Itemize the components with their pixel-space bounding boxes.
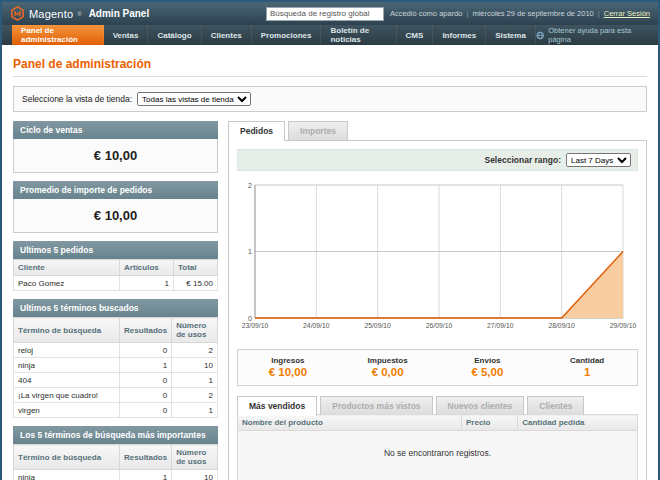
nav-item-clientes[interactable]: Clientes [202,25,252,45]
total-label: Envíos [438,356,538,365]
main-nav: Panel de administraciónVentasCatálogoCli… [2,25,658,45]
widget-title: Ultimos 5 pedidos [13,241,218,259]
tab-productos-m-s-vistos[interactable]: Productos más vistos [320,396,432,415]
table-cell: ¡La virgen que cuadro! [14,388,120,403]
orders-chart: 01223/09/1024/09/1025/09/1026/09/1027/09… [237,179,637,337]
table-cell: 1 [120,470,172,480]
y-tick-label: 2 [248,182,252,189]
range-select[interactable]: Last 7 Days [566,153,631,167]
table-cell: € 15.00 [173,276,217,291]
table-cell: virgen [14,403,120,418]
globe-help-icon [536,31,544,40]
total-cantidad: Cantidad1 [537,356,637,378]
table-cell: 2 [172,343,218,358]
magento-logo: Magento ® Admin Panel [10,6,149,21]
tab-pedidos[interactable]: Pedidos [228,121,285,141]
tab-nuevos-clientes[interactable]: Nuevos clientes [436,396,525,415]
table-cell: 0 [120,343,172,358]
table-row[interactable]: ninja110 [14,358,218,373]
x-tick-label: 27/09/10 [487,322,514,329]
magento-logo-icon [10,6,25,21]
last-search-terms-table: Término de búsquedaResultadosNúmero de u… [13,317,218,418]
products-grid-header-row: Nombre del productoPrecioCantidad pedida [238,415,638,431]
widget-title: Promedio de importe de pedidos [13,181,218,199]
table-row[interactable]: 40401 [14,373,218,388]
table-cell: 0 [120,373,172,388]
nav-item-promociones[interactable]: Promociones [252,25,322,45]
page-help-link[interactable]: Obtener ayuda para esta página [536,25,658,45]
lifetime-sales-widget: Ciclo de ventas € 10,00 [13,121,218,173]
table-cell: 10 [172,358,218,373]
total-label: Ingresos [238,356,338,365]
table-row[interactable]: Paco Gomez1€ 15.00 [14,276,218,291]
column-header: Resultados [120,445,172,470]
tab-importes[interactable]: Importes [288,121,348,140]
total-impuestos: Impuestos€ 0,00 [338,356,438,378]
column-header: Término de búsqueda [14,445,120,470]
column-header: Término de búsqueda [14,318,120,343]
table-row[interactable]: virgen01 [14,403,218,418]
table-cell: ninja [14,470,120,480]
store-view-select[interactable]: Todas las vistas de tienda [137,92,251,106]
table-cell: 2 [172,388,218,403]
global-search-input[interactable] [266,7,384,21]
x-tick-label: 25/09/10 [364,322,391,329]
meta-separator: | [466,9,468,18]
table-cell: Paco Gomez [14,276,120,291]
nav-item-cat-logo[interactable]: Catálogo [148,25,201,45]
total-value: € 10,00 [238,366,338,378]
average-orders-widget: Promedio de importe de pedidos € 10,00 [13,181,218,233]
brand-name: Magento [29,8,73,20]
table-cell: 1 [172,373,218,388]
header-meta: Accedió como apardo | miércoles 29 de se… [390,9,650,18]
total-label: Cantidad [537,356,637,365]
page-content: Panel de administración Seleccione la vi… [2,45,658,480]
logout-link[interactable]: Cerrar Sesión [604,9,650,18]
nav-item-panel-de-administraci-n[interactable]: Panel de administración [12,25,104,45]
tab-m-s-vendidos[interactable]: Más vendidos [237,396,317,416]
brand-suffix: Admin Panel [89,8,150,19]
table-cell: reloj [14,343,120,358]
column-header: Número de usos [172,445,218,470]
total-label: Impuestos [338,356,438,365]
table-cell: 10 [172,470,218,480]
nav-item-cms[interactable]: CMS [397,25,434,45]
header-bar: Magento ® Admin Panel Accedió como apard… [2,2,658,25]
logged-in-text: Accedió como apardo [390,9,463,18]
nav-item-ventas[interactable]: Ventas [104,25,149,45]
nav-item-informes[interactable]: Informes [433,25,486,45]
top-search-terms-widget: Los 5 términos de búsqueda más important… [13,426,218,480]
column-header: Cliente [14,260,120,276]
total-value: € 0,00 [338,366,438,378]
x-tick-label: 24/09/10 [303,322,330,329]
lifetime-sales-value: € 10,00 [13,139,218,173]
tab-clientes[interactable]: Clientes [527,396,584,415]
table-row[interactable]: ninja110 [14,470,218,480]
main-nav-items: Panel de administraciónVentasCatálogoCli… [12,25,536,45]
totals-row: Ingresos€ 10,00Impuestos€ 0,00Envíos€ 5,… [237,349,638,386]
table-cell: 0 [120,388,172,403]
average-orders-value: € 10,00 [13,199,218,233]
table-cell: 1 [120,358,172,373]
total-value: € 5,00 [438,366,538,378]
chart-tabs: PedidosImportes [228,121,647,140]
column-header: Nombre del producto [238,415,462,431]
chart-wrap: 01223/09/1024/09/1025/09/1026/09/1027/09… [237,177,638,345]
widget-title: Ultimos 5 términos buscados [13,299,218,317]
meta-separator: | [598,9,600,18]
dashboard-panel: Seleccionar rango: Last 7 Days 01223/09/… [228,140,647,480]
column-header: Resultados [120,318,172,343]
widget-title: Ciclo de ventas [13,121,218,139]
bottom-tabs: Más vendidosProductos más vistosNuevos c… [237,396,638,415]
x-tick-label: 28/09/10 [548,322,575,329]
column-header: Artículos [120,260,174,276]
column-header: Total [173,260,217,276]
column-header: Precio [462,415,518,431]
table-row[interactable]: reloj02 [14,343,218,358]
column-header: Cantidad pedida [518,415,638,431]
nav-item-sistema[interactable]: Sistema [486,25,536,45]
x-tick-label: 29/09/10 [610,322,637,329]
widget-title: Los 5 términos de búsqueda más important… [13,426,218,444]
table-row[interactable]: ¡La virgen que cuadro!02 [14,388,218,403]
nav-item-bolet-n-de-noticias[interactable]: Boletín de noticias [321,25,396,45]
